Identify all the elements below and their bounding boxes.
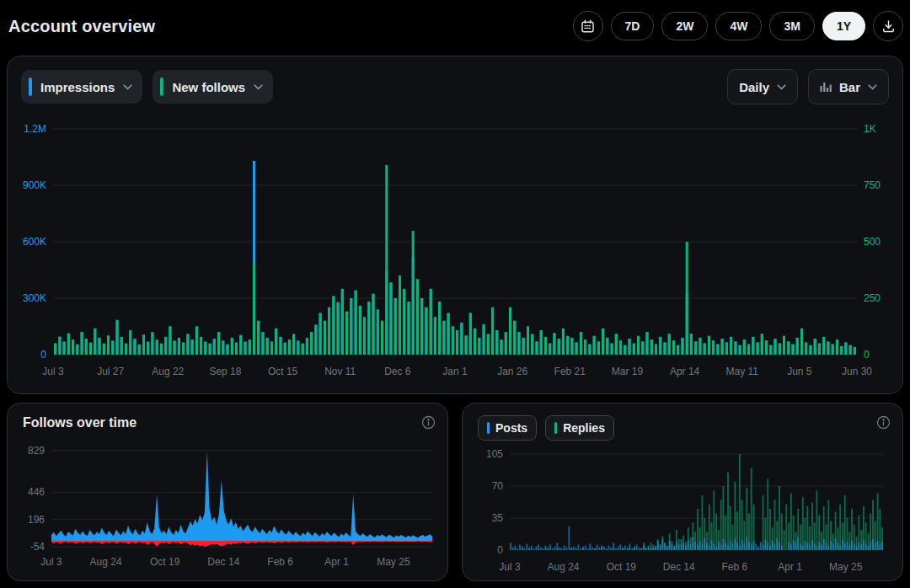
new-follows-accent-bar: [160, 78, 163, 96]
posts-legend-badge[interactable]: Posts: [478, 415, 537, 441]
svg-text:Jul 3: Jul 3: [42, 366, 64, 377]
info-icon[interactable]: [421, 415, 436, 430]
download-button[interactable]: [873, 11, 903, 41]
range-pill-1y-selected[interactable]: 1Y: [822, 12, 865, 40]
chevron-down-icon: [254, 84, 263, 90]
range-pill-4w[interactable]: 4W: [715, 12, 762, 40]
impressions-accent-bar: [29, 78, 32, 96]
impressions-metric-label: Impressions: [40, 80, 115, 94]
follows-over-time-card: Follows over time 829446196-54Jul 3Aug 2…: [7, 403, 448, 581]
svg-text:Nov 11: Nov 11: [324, 366, 356, 377]
svg-text:Jun 30: Jun 30: [842, 366, 872, 377]
svg-text:Apr 1: Apr 1: [778, 561, 802, 573]
svg-text:Aug 24: Aug 24: [547, 561, 579, 573]
svg-text:600K: 600K: [23, 236, 46, 248]
svg-text:70: 70: [492, 480, 504, 492]
posts-replies-chart[interactable]: 03570105Jul 3Aug 24Oct 19Dec 14Feb 6Apr …: [476, 444, 891, 579]
download-icon: [881, 19, 896, 34]
svg-text:Jan 1: Jan 1: [442, 366, 468, 377]
svg-text:105: 105: [486, 448, 503, 460]
svg-text:Dec 14: Dec 14: [663, 561, 695, 573]
replies-legend-label: Replies: [563, 421, 605, 435]
svg-text:Dec 14: Dec 14: [207, 556, 239, 568]
svg-text:Sep 18: Sep 18: [209, 366, 241, 377]
chart-type-label: Bar: [839, 80, 860, 94]
svg-text:Jul 3: Jul 3: [499, 561, 521, 573]
svg-text:May 25: May 25: [377, 556, 410, 568]
svg-text:1.2M: 1.2M: [24, 123, 46, 135]
bar-chart-icon: [820, 82, 832, 93]
svg-text:0: 0: [40, 349, 46, 361]
svg-text:Jan 26: Jan 26: [497, 366, 527, 377]
replies-legend-badge[interactable]: Replies: [545, 415, 614, 441]
replies-accent-bar: [554, 422, 557, 434]
date-range-controls: 7D 2W 4W 3M 1Y: [573, 11, 903, 41]
svg-text:300K: 300K: [23, 292, 46, 304]
impressions-metric-dropdown[interactable]: Impressions: [21, 70, 142, 104]
svg-text:May 25: May 25: [829, 561, 863, 573]
top-bar: Account overview 7D 2W 4W 3M 1Y: [0, 0, 910, 52]
posts-replies-card: Posts Replies 03570105Jul 3Aug 24Oct 19D…: [462, 403, 903, 581]
svg-text:35: 35: [492, 512, 504, 524]
svg-text:May 11: May 11: [725, 366, 758, 377]
range-pill-3m[interactable]: 3M: [769, 12, 814, 40]
svg-text:Apr 1: Apr 1: [324, 556, 349, 568]
svg-text:446: 446: [28, 486, 45, 498]
new-follows-metric-label: New follows: [172, 80, 245, 94]
svg-text:Oct 15: Oct 15: [268, 366, 298, 377]
legend-badges: Posts Replies: [478, 415, 614, 441]
calendar-icon: [581, 19, 595, 34]
granularity-dropdown[interactable]: Daily: [727, 69, 798, 104]
svg-text:Apr 14: Apr 14: [670, 366, 700, 377]
svg-text:0: 0: [497, 544, 503, 556]
page-title: Account overview: [8, 17, 155, 36]
chart-type-dropdown[interactable]: Bar: [808, 69, 889, 104]
svg-text:Feb 21: Feb 21: [554, 366, 586, 377]
follows-over-time-chart[interactable]: 829446196-54Jul 3Aug 24Oct 19Dec 14Feb 6…: [13, 442, 441, 579]
new-follows-metric-dropdown[interactable]: New follows: [153, 70, 273, 104]
svg-text:Jul 27: Jul 27: [97, 366, 124, 377]
svg-text:Jul 3: Jul 3: [40, 556, 62, 568]
svg-text:Dec 6: Dec 6: [384, 366, 411, 377]
info-icon[interactable]: [876, 415, 891, 430]
svg-text:Oct 19: Oct 19: [607, 561, 637, 573]
posts-legend-label: Posts: [495, 421, 527, 435]
follows-card-title: Follows over time: [23, 415, 136, 430]
svg-text:196: 196: [28, 514, 45, 526]
svg-text:Jun 5: Jun 5: [787, 366, 812, 377]
granularity-label: Daily: [739, 80, 769, 94]
range-pill-2w[interactable]: 2W: [661, 12, 708, 40]
chart-toolbar: Impressions New follows Daily: [21, 70, 889, 104]
svg-text:500: 500: [864, 236, 881, 248]
svg-text:1K: 1K: [864, 123, 876, 135]
chevron-down-icon: [123, 84, 132, 90]
svg-text:Oct 19: Oct 19: [150, 556, 180, 568]
range-pill-7d[interactable]: 7D: [611, 12, 655, 40]
svg-text:Feb 6: Feb 6: [722, 561, 748, 573]
svg-text:900K: 900K: [23, 179, 46, 191]
svg-text:Aug 22: Aug 22: [152, 366, 184, 377]
chevron-down-icon: [868, 84, 877, 90]
svg-text:0: 0: [864, 349, 870, 361]
svg-text:250: 250: [864, 292, 881, 304]
account-overview-card: Impressions New follows Daily: [7, 56, 903, 394]
chevron-down-icon: [777, 84, 786, 90]
svg-text:829: 829: [28, 445, 45, 457]
calendar-button[interactable]: [573, 11, 603, 41]
impressions-new-follows-chart[interactable]: 00300K250600K500900K7501.2M1KJul 3Jul 27…: [14, 117, 897, 385]
svg-text:Feb 6: Feb 6: [267, 556, 293, 568]
posts-accent-bar: [487, 422, 490, 434]
svg-text:750: 750: [864, 179, 881, 191]
svg-text:Aug 24: Aug 24: [90, 556, 122, 568]
svg-text:Mar 19: Mar 19: [612, 366, 644, 377]
svg-text:-54: -54: [30, 541, 46, 553]
